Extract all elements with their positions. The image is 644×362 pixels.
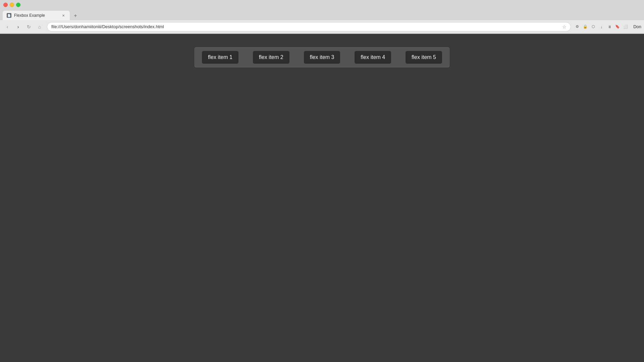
new-tab-button[interactable]: + <box>71 11 80 20</box>
back-button[interactable]: ‹ <box>3 22 12 32</box>
extensions-area: ⚙ 🔒 ⬡ ↓ ⏸ 🔖 ⬜ <box>574 23 629 31</box>
refresh-button[interactable]: ↻ <box>24 22 34 32</box>
flex-container: flex item 1 flex item 2 flex item 3 flex… <box>195 47 449 67</box>
flex-item-5: flex item 5 <box>405 51 442 64</box>
url-text: file:///Users/donhamiitoniii/Desktop/scr… <box>51 24 562 29</box>
bookmark-icon[interactable]: ☆ <box>562 24 567 29</box>
minimize-button[interactable] <box>10 3 14 7</box>
ext-icon-4[interactable]: ↓ <box>598 23 605 31</box>
home-button[interactable]: ⌂ <box>35 22 44 32</box>
ext-icon-5[interactable]: ⏸ <box>606 23 613 31</box>
flex-item-4: flex item 4 <box>354 51 391 64</box>
flex-item-2: flex item 2 <box>253 51 290 64</box>
tab-bar: 📄 Flexbox Example ✕ + <box>0 9 644 20</box>
traffic-lights <box>3 3 20 7</box>
browser-titlebar <box>0 0 644 9</box>
user-name: Don <box>633 24 641 29</box>
ext-icon-6[interactable]: 🔖 <box>614 23 621 31</box>
ext-icon-2[interactable]: 🔒 <box>582 23 589 31</box>
address-bar[interactable]: file:///Users/donhamiitoniii/Desktop/scr… <box>47 22 571 32</box>
tab-close-button[interactable]: ✕ <box>61 13 66 18</box>
forward-button[interactable]: › <box>13 22 23 32</box>
flex-item-3: flex item 3 <box>304 51 341 64</box>
browser-toolbar: ‹ › ↻ ⌂ file:///Users/donhamiitoniii/Des… <box>0 20 644 34</box>
ext-icon-3[interactable]: ⬡ <box>590 23 597 31</box>
tab-title: Flexbox Example <box>14 13 45 18</box>
maximize-button[interactable] <box>16 3 20 7</box>
ext-icon-1[interactable]: ⚙ <box>574 23 581 31</box>
tab-favicon: 📄 <box>7 13 11 18</box>
browser-tab-active[interactable]: 📄 Flexbox Example ✕ <box>3 11 70 20</box>
flex-item-1: flex item 1 <box>202 51 239 64</box>
close-button[interactable] <box>3 3 8 7</box>
page-content: flex item 1 flex item 2 flex item 3 flex… <box>0 34 644 362</box>
ext-icon-7[interactable]: ⬜ <box>622 23 629 31</box>
browser-chrome: 📄 Flexbox Example ✕ + ‹ › ↻ ⌂ file:///Us… <box>0 0 644 34</box>
